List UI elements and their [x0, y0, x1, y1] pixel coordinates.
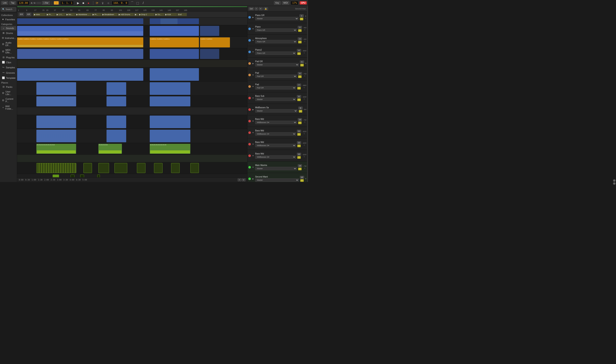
track-routing-bass-mid-2[interactable]: MidBasses S▾ — [255, 132, 296, 136]
lock-track-button[interactable]: 🔒 — [263, 7, 268, 10]
clip-mm3-2[interactable] — [70, 175, 74, 177]
expand-pad-gr[interactable]: ▶ — [252, 62, 254, 65]
expand-bass-mid-2[interactable]: ▼ — [252, 131, 254, 134]
clip-mantra-2[interactable]: Pf Pf Pf Pf Pf — [98, 144, 122, 154]
track-routing-piano[interactable]: Piano GR — [255, 28, 297, 32]
scene-moremore[interactable]: ▶ MoreMore ... — [75, 13, 92, 16]
scene-kick[interactable]: ▶ Kick — [164, 13, 177, 16]
scene-end[interactable]: End — [177, 13, 187, 16]
clip-bm2-1[interactable] — [36, 130, 76, 142]
track-s-bass-mid-1[interactable]: S — [298, 122, 301, 124]
clip-bm2-2[interactable] — [107, 130, 126, 142]
arrangement-mode-button[interactable]: → — [54, 1, 59, 5]
clip-piano-gr-1[interactable] — [17, 18, 143, 24]
track-s-midbasses-sa[interactable]: S — [299, 110, 302, 113]
scene-p[interactable]: ▶ P — [134, 13, 138, 16]
clip-pad2-2[interactable] — [107, 82, 126, 95]
sidebar-item-instruments[interactable]: ⊟ Instrume... — [1, 36, 16, 40]
clip-mm2-2[interactable] — [83, 163, 92, 173]
sidebar-item-packs[interactable]: ⊟ Packs — [1, 85, 16, 89]
midi-button[interactable]: MIDI — [282, 1, 289, 5]
scene-pr2[interactable]: ▶ Pr... — [92, 13, 101, 16]
track-s-atmosphere[interactable]: S — [298, 41, 301, 43]
track-s-main-mantra[interactable]: S — [298, 168, 301, 170]
clip-mm2-4[interactable] — [114, 163, 127, 173]
sidebar-item-plugins[interactable]: ⊟ Plug-Ins — [1, 55, 16, 60]
clip-mm2-3[interactable] — [98, 163, 109, 173]
fold-button[interactable]: / — [141, 1, 145, 5]
sidebar-item-sounds[interactable]: ♪ Sounds — [1, 26, 16, 30]
clip-mm2-6[interactable] — [154, 163, 163, 173]
expand-bass-mid-4[interactable]: ▼ — [252, 155, 254, 157]
sidebar-item-user-library[interactable]: ⊟ User Libr... — [1, 90, 16, 96]
track-s-bass-sub[interactable]: S — [297, 98, 301, 101]
clip-piano-2[interactable] — [150, 26, 199, 36]
track-routing-pad-2[interactable]: Pad GR — [255, 86, 296, 90]
track-s-bass-mid-4[interactable]: S — [297, 156, 301, 159]
clip-atm-1[interactable]: GuitAtm GuitAtmo GuitAtmc GuitAtmo GuitA… — [17, 37, 143, 47]
scene-drop2[interactable]: ▶ Drop 2 — [138, 13, 154, 16]
track-s-pad-2[interactable]: S — [297, 87, 301, 90]
bpm-display[interactable]: 120.00 — [17, 1, 29, 5]
track-routing-bass-mid-3[interactable]: MidBasses S▾ — [255, 144, 296, 147]
scene-mo[interactable]: ▶ Mo... — [66, 13, 75, 16]
clip-mm2-5[interactable] — [137, 163, 145, 173]
time-sig-marker-1[interactable]: 4/4 — [19, 13, 24, 16]
expand-piano-gr[interactable]: ▶ — [252, 16, 254, 18]
clip-piano2-2[interactable] — [150, 49, 199, 59]
track-s-pad-gr[interactable]: S — [300, 64, 304, 66]
sidebar-item-grooves[interactable]: 〜 Grooves — [1, 70, 16, 75]
clip-pad2-3[interactable] — [150, 82, 190, 95]
track-s-pad-1[interactable]: S — [298, 75, 301, 78]
sidebar-item-midi-effects[interactable]: ⊟ MIDI Effe... — [1, 48, 16, 55]
record-button[interactable]: ● — [86, 1, 91, 5]
timeline-ruler[interactable]: 1 9 17 25 29 37 45 53 61 69 77 85 93 101… — [17, 7, 247, 12]
add-track-button[interactable]: + — [255, 7, 258, 10]
clip-bm1-3[interactable] — [150, 116, 190, 128]
loop-button[interactable]: ⟳ — [95, 1, 99, 5]
link-button[interactable]: Link — [1, 1, 8, 5]
expand-pad-2[interactable]: ▼ — [252, 85, 254, 88]
clip-bm1-2[interactable] — [107, 116, 126, 128]
clip-mm2-8[interactable] — [190, 163, 199, 173]
h-button[interactable]: H — [238, 178, 241, 181]
expand-bass-mid-1[interactable]: ▼ — [252, 120, 254, 122]
metronome-button[interactable]: ⧬ — [100, 1, 105, 5]
track-routing-pad-1[interactable]: Pad GR — [255, 75, 297, 78]
sidebar-item-drums[interactable]: ⊞ Drums — [1, 31, 16, 35]
track-routing-piano2[interactable]: Piano GR — [255, 52, 296, 55]
play-button[interactable]: ▶ — [76, 1, 80, 5]
clip-mantra-3[interactable]: Pf Pf Pf Pf Pf Pf Pf Pf Pf — [150, 144, 190, 154]
clip-pad1-1[interactable] — [17, 68, 143, 81]
track-routing-bass-sub[interactable]: Master — [255, 98, 296, 101]
tap-button[interactable]: Tap — [9, 1, 16, 5]
track-s-piano[interactable]: S — [298, 29, 301, 32]
clip-bass-sub-1[interactable] — [36, 96, 76, 106]
stop-button[interactable]: ■ — [81, 1, 85, 5]
clip-piano2-3[interactable] — [200, 49, 219, 59]
sidebar-item-template[interactable]: ⬜ Template — [1, 76, 16, 80]
track-routing-bass-mid-1[interactable]: MidBasses S▾ — [255, 121, 297, 124]
resize-handle[interactable] — [307, 6, 308, 182]
scene-pr1[interactable]: ▶ Pr... — [46, 13, 56, 16]
expand-bass-sub[interactable]: ▼ — [252, 97, 254, 99]
expand-piano[interactable]: ▼ — [252, 28, 254, 30]
clip-mm2-7[interactable] — [171, 163, 180, 173]
loop-size-button[interactable]: 1 Bar — [42, 1, 50, 5]
sidebar-item-current-project[interactable]: ⊟ Current P... — [1, 97, 16, 104]
monitor-button[interactable]: ⬚ — [136, 1, 140, 5]
expand-piano2[interactable]: ▼ — [252, 51, 254, 53]
clip-bass-sub-2[interactable] — [107, 96, 126, 106]
clip-bass-sub-3[interactable] — [150, 96, 190, 106]
clip-piano-3[interactable] — [200, 26, 219, 36]
clip-atm-2[interactable]: GuitAtmo GuitAtmc GuitAtmo — [150, 37, 199, 47]
expand-pad-1[interactable]: ▼ — [252, 74, 254, 76]
sidebar-item-favorites[interactable]: ★ Favorites — [1, 17, 16, 22]
track-routing-second-mant[interactable]: Master — [255, 178, 299, 182]
clip-mantra-1[interactable]: Pf Pf Pf Pf Pf Pf Pf Pf Pf Pf — [36, 144, 76, 154]
clip-mm3-1[interactable] — [53, 175, 59, 177]
track-routing-piano-gr[interactable]: Master — [255, 17, 299, 20]
expand-bass-mid-3[interactable]: ▼ — [252, 143, 254, 145]
track-routing-pad-gr[interactable]: Master — [255, 63, 299, 66]
clip-mm3-3[interactable] — [80, 175, 84, 177]
